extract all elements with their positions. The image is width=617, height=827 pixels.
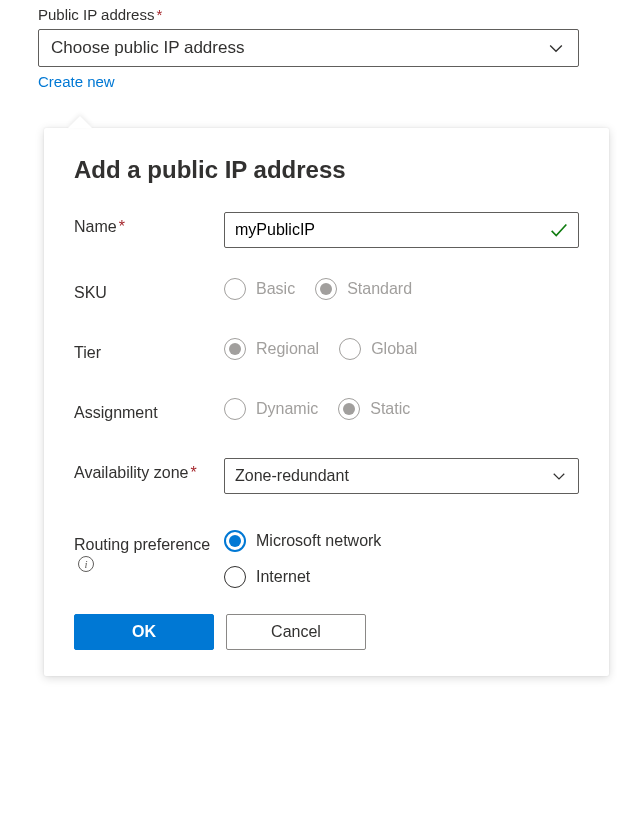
name-row: Name*: [74, 212, 579, 248]
check-icon: [548, 219, 570, 241]
radio-icon: [224, 398, 246, 420]
tier-label: Tier: [74, 338, 224, 362]
routing-microsoft-radio[interactable]: Microsoft network: [224, 530, 579, 552]
routing-label: Routing preference i: [74, 530, 224, 572]
required-indicator: *: [190, 464, 196, 481]
radio-icon: [224, 278, 246, 300]
radio-icon: [315, 278, 337, 300]
tier-row: Tier Regional Global: [74, 338, 579, 362]
assignment-row: Assignment Dynamic Static: [74, 398, 579, 422]
cancel-button[interactable]: Cancel: [226, 614, 366, 650]
assignment-static-label: Static: [370, 400, 410, 418]
name-label: Name*: [74, 212, 224, 236]
public-ip-field: Public IP address* Choose public IP addr…: [38, 0, 579, 90]
create-new-link[interactable]: Create new: [38, 73, 115, 90]
assignment-dynamic-label: Dynamic: [256, 400, 318, 418]
radio-icon: [339, 338, 361, 360]
availability-zone-select[interactable]: Zone-redundant: [224, 458, 579, 494]
radio-icon: [224, 338, 246, 360]
public-ip-placeholder: Choose public IP address: [51, 38, 244, 58]
availability-zone-row: Availability zone* Zone-redundant: [74, 458, 579, 494]
popup-title: Add a public IP address: [74, 156, 579, 184]
assignment-dynamic-radio: Dynamic: [224, 398, 318, 420]
availability-zone-value: Zone-redundant: [235, 467, 349, 485]
tier-global-label: Global: [371, 340, 417, 358]
assignment-static-radio: Static: [338, 398, 410, 420]
chevron-down-icon: [550, 467, 568, 485]
sku-standard-label: Standard: [347, 280, 412, 298]
required-indicator: *: [119, 218, 125, 235]
sku-standard-radio: Standard: [315, 278, 412, 300]
public-ip-select[interactable]: Choose public IP address: [38, 29, 579, 67]
button-row: OK Cancel: [74, 614, 579, 650]
sku-basic-label: Basic: [256, 280, 295, 298]
sku-basic-radio: Basic: [224, 278, 295, 300]
add-public-ip-popup: Add a public IP address Name* SKU Basic …: [44, 128, 609, 676]
sku-label: SKU: [74, 278, 224, 302]
sku-row: SKU Basic Standard: [74, 278, 579, 302]
routing-internet-label: Internet: [256, 568, 310, 586]
ok-button[interactable]: OK: [74, 614, 214, 650]
required-indicator: *: [156, 6, 162, 23]
radio-icon: [338, 398, 360, 420]
tier-global-radio: Global: [339, 338, 417, 360]
public-ip-label: Public IP address*: [38, 6, 579, 23]
availability-zone-label: Availability zone*: [74, 458, 224, 482]
radio-icon: [224, 530, 246, 552]
tier-regional-radio: Regional: [224, 338, 319, 360]
name-input-wrap: [224, 212, 579, 248]
name-input[interactable]: [225, 213, 548, 247]
assignment-label: Assignment: [74, 398, 224, 422]
routing-row: Routing preference i Microsoft network I…: [74, 530, 579, 588]
info-icon[interactable]: i: [78, 556, 94, 572]
tier-regional-label: Regional: [256, 340, 319, 358]
chevron-down-icon: [546, 38, 566, 58]
routing-microsoft-label: Microsoft network: [256, 532, 381, 550]
routing-internet-radio[interactable]: Internet: [224, 566, 579, 588]
radio-icon: [224, 566, 246, 588]
